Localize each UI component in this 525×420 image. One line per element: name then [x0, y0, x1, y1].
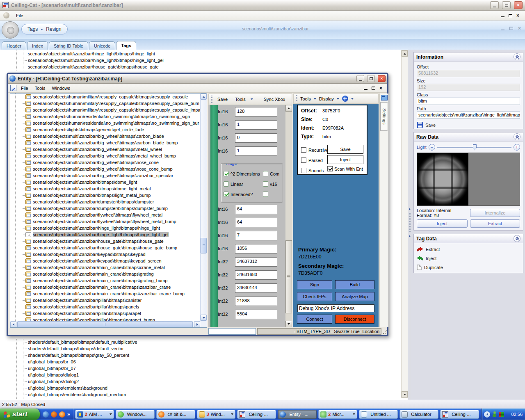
meta-save-button[interactable]: Save — [215, 96, 230, 103]
tree-item[interactable]: scenarios\objects\multi\zanzibar\dumpste… — [10, 205, 207, 212]
mdi-restore-icon[interactable] — [509, 14, 512, 17]
caption-close-icon[interactable]: × — [518, 26, 521, 30]
meta-field-input[interactable]: 21888 — [235, 297, 277, 306]
sign-button[interactable]: Sign — [297, 280, 332, 289]
checkbox-icon[interactable] — [224, 181, 229, 187]
entity-menu-item[interactable]: File — [18, 85, 31, 91]
add-dropdown-icon[interactable] — [351, 98, 354, 100]
restore-button[interactable] — [502, 1, 511, 9]
meta-field-input[interactable]: 1 — [235, 120, 277, 130]
view-tab[interactable]: Index — [27, 41, 48, 50]
tray-chevron-icon[interactable] — [484, 411, 490, 418]
internalize-button[interactable]: Internalize — [470, 209, 520, 217]
tags-button[interactable]: Tags — [27, 26, 38, 32]
meta-field-input[interactable]: 64 — [235, 218, 277, 227]
mdi-close-icon[interactable]: × — [516, 14, 519, 18]
scroll-right-icon[interactable] — [194, 321, 200, 327]
flag-checkbox[interactable]: Linear — [224, 181, 263, 187]
tools-dropdown-icon[interactable] — [314, 98, 316, 100]
tag-list-item[interactable]: ui\global_bitmaps\dialog1 — [0, 372, 399, 378]
tree-item[interactable]: scenarios\objects\multi\zanzibar\big_whe… — [10, 153, 207, 159]
group-dropdown-icon[interactable] — [231, 413, 233, 415]
checkbox-icon[interactable] — [301, 147, 306, 153]
entity-menu-item[interactable]: Tools — [32, 85, 48, 91]
sync-xbox-button[interactable]: Sync Xbox — [261, 96, 288, 103]
checkbox-icon[interactable] — [301, 158, 306, 163]
tag-inject-button[interactable]: Inject — [327, 155, 363, 164]
tree-item[interactable]: scenarios\objects\multi\zanzibar\big_whe… — [10, 133, 207, 139]
light-plus-button[interactable]: + — [514, 144, 520, 151]
meta-field-input[interactable]: 0 — [235, 133, 277, 143]
scrollbar-thumb[interactable] — [285, 240, 292, 313]
entity-mdi-close-icon[interactable]: × — [379, 86, 382, 90]
wheel-icon[interactable] — [2, 21, 19, 39]
quick-launch-firefox-icon[interactable] — [59, 411, 65, 418]
tree-item[interactable]: scenarios\objects\multi\zanzibar\pillar\… — [10, 304, 207, 310]
taskbar-button[interactable]: 2 Micr... — [318, 410, 357, 419]
build-button[interactable]: Build — [335, 280, 374, 289]
flag-checkbox[interactable]: v16 — [263, 181, 283, 187]
disconnect-button[interactable]: Disconnect — [335, 315, 374, 324]
scan-with-ent-checkbox[interactable]: Scan With Ent — [327, 166, 363, 171]
scrollbar-thumb[interactable] — [201, 238, 207, 253]
tree-item[interactable]: scenarios\objects\multi\zanzibar\keypad\… — [10, 251, 207, 258]
tag-list-item[interactable]: scenarios\objects\multi\zanzibar\hinge_l… — [0, 50, 399, 57]
tree-item[interactable]: scenarios\objects\multi\zanzibar\dumpste… — [10, 199, 207, 205]
collapse-right-icon[interactable] — [409, 208, 411, 210]
raw-extract-button[interactable]: Extract — [470, 219, 520, 228]
resize-grip[interactable] — [383, 329, 387, 334]
meta-tools-button[interactable]: Tools — [233, 96, 248, 103]
meta-field-input[interactable]: 1056 — [235, 244, 277, 253]
raw-inject-button[interactable]: Inject — [417, 219, 468, 228]
entity-minimize-button[interactable] — [356, 75, 364, 82]
view-tab[interactable]: String ID Table — [49, 41, 88, 50]
meta-field-input[interactable]: 34631680 — [235, 270, 277, 280]
scroll-up-icon[interactable] — [285, 105, 292, 112]
light-minus-button[interactable]: − — [429, 144, 435, 151]
tree-item[interactable]: scenarios\objects\multi\zanzibar\house_g… — [10, 244, 207, 251]
analyze-map-button[interactable]: Analyze Map — [335, 292, 374, 301]
collapse-chevron-icon[interactable] — [514, 133, 520, 140]
flag-checkbox[interactable]: Com — [263, 171, 283, 176]
tag-inject-button[interactable]: Inject — [417, 254, 520, 263]
tag-list-item[interactable]: ui\global_bitmaps\br_07 — [0, 365, 399, 372]
minimize-button[interactable] — [490, 1, 499, 9]
map-display-button[interactable]: Display — [319, 96, 334, 101]
checkbox-icon[interactable] — [224, 171, 229, 176]
start-button[interactable]: start — [0, 409, 40, 420]
meta-field-input[interactable]: 64 — [235, 205, 277, 214]
caption-restore-icon[interactable] — [509, 27, 513, 30]
tree-item[interactable]: scenarios\objects\multi\zanzibar\bitmaps… — [10, 192, 207, 199]
entity-mdi-minimize-icon[interactable] — [364, 89, 368, 90]
entity-menu-item[interactable]: Windows — [49, 85, 73, 91]
tree-item[interactable]: scenarios\objects\multi\zanzibar\big_whe… — [10, 146, 207, 153]
quick-launch-overflow-icon[interactable]: » — [67, 411, 70, 417]
checkbox-icon[interactable] — [263, 181, 268, 187]
scroll-down-icon[interactable] — [402, 391, 408, 397]
messenger-tray-icon[interactable] — [492, 411, 497, 417]
view-tab[interactable]: Unicode — [89, 41, 115, 50]
mdi-minimize-icon[interactable] — [501, 16, 504, 17]
tag-list-item[interactable]: ui\global_bitmaps\emblems\background — [0, 385, 399, 391]
tree-item[interactable]: scenarios\objects\human\residential\no_s… — [10, 120, 207, 126]
tree-horizontal-scrollbar[interactable] — [10, 321, 200, 327]
flag-checkbox[interactable] — [263, 192, 283, 197]
tree-item[interactable]: scenarios\objects\human\military\resuppl… — [10, 107, 207, 113]
tree-item[interactable]: scenarios\objects\human\residential\no_s… — [10, 113, 207, 120]
taskbar-button[interactable]: 3 Wind... — [197, 410, 236, 419]
taskbar-button[interactable]: Calculator — [399, 410, 438, 419]
tree-item[interactable]: scenarios\objects\multi\zanzibar\main_cr… — [10, 277, 207, 284]
checkbox-icon[interactable] — [301, 168, 306, 173]
network-tray-icon[interactable] — [499, 412, 504, 417]
tree-item[interactable]: scenarios\objects\lights\bitmaps\generic… — [10, 126, 207, 133]
tree-item[interactable]: scenarios\objects\multi\zanzibar\flywhee… — [10, 218, 207, 225]
checkbox-icon[interactable] — [263, 192, 268, 197]
entity-mdi-restore-icon[interactable] — [372, 87, 375, 90]
tree-item[interactable]: scenarios\objects\multi\zanzibar\main_cr… — [10, 290, 207, 297]
main-list-scrollbar[interactable] — [401, 50, 408, 398]
collapse-right-icon[interactable] — [409, 235, 411, 237]
tag-list-item[interactable]: ui\global_bitmaps\br_06 — [0, 358, 399, 365]
taskbar-button[interactable]: Untitled ... — [359, 410, 398, 419]
tree-item[interactable]: scenarios\objects\multi\zanzibar\pillar\… — [10, 310, 207, 317]
add-icon[interactable] — [342, 96, 348, 102]
